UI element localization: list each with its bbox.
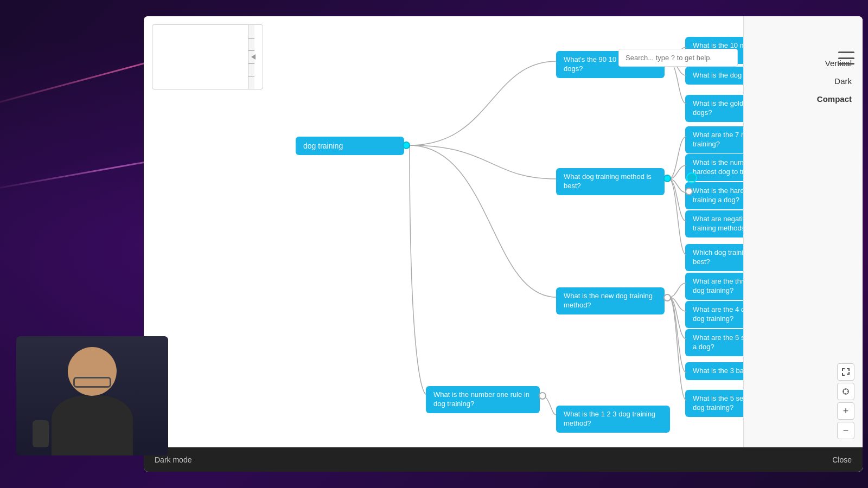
- person-head: [68, 347, 117, 396]
- dark-mode-label: Dark mode: [155, 455, 192, 464]
- fit-screen-button[interactable]: [837, 383, 854, 400]
- microphone: [33, 420, 49, 447]
- person-shirt: [52, 396, 133, 455]
- cursor-indicator: [686, 172, 697, 183]
- option-dark[interactable]: Dark: [755, 72, 852, 90]
- option-vertical[interactable]: Vertical: [755, 54, 852, 72]
- zoom-controls: + −: [837, 363, 854, 439]
- menu-icon[interactable]: [838, 52, 854, 65]
- close-button[interactable]: Close: [832, 455, 852, 464]
- menu-line-1: [838, 52, 854, 53]
- zoom-in-button[interactable]: +: [837, 402, 854, 420]
- ruler-position-indicator: [251, 54, 256, 60]
- ruler-mark: [248, 63, 254, 64]
- ruler-mark: [248, 76, 254, 76]
- branch2-node[interactable]: What dog training method is best?: [556, 168, 665, 195]
- ruler-mark: [248, 50, 254, 51]
- branch4-node[interactable]: What is the number one rule in dog train…: [426, 386, 540, 413]
- root-node[interactable]: dog training: [296, 137, 404, 155]
- search-bar-container: [618, 49, 738, 67]
- branch4-child1-node[interactable]: What is the 1 2 3 dog training method?: [556, 406, 670, 433]
- main-window: dog training What's the 90 10 rule for d…: [144, 16, 863, 472]
- ruler-mark: [248, 38, 254, 38]
- menu-line-2: [838, 57, 854, 59]
- option-compact[interactable]: Compact: [755, 90, 852, 108]
- branch4-dot[interactable]: [539, 392, 546, 400]
- branch2-dot[interactable]: [663, 175, 671, 182]
- bottom-bar: Dark mode Close: [144, 447, 863, 472]
- webcam-person: [16, 336, 168, 455]
- person-glasses: [73, 377, 111, 388]
- zoom-out-button[interactable]: −: [837, 422, 854, 439]
- minimap[interactable]: [152, 24, 263, 89]
- webcam-overlay: [16, 336, 168, 455]
- search-input[interactable]: [618, 49, 738, 67]
- panel-options: Vertical Dark Compact: [744, 22, 863, 119]
- branch2-child3-dot[interactable]: [685, 188, 693, 195]
- branch3-dot[interactable]: [663, 294, 671, 301]
- branch3-node[interactable]: What is the new dog training method?: [556, 287, 665, 314]
- root-node-dot[interactable]: [403, 142, 410, 149]
- fullscreen-button[interactable]: [837, 363, 854, 381]
- menu-line-3: [838, 63, 854, 65]
